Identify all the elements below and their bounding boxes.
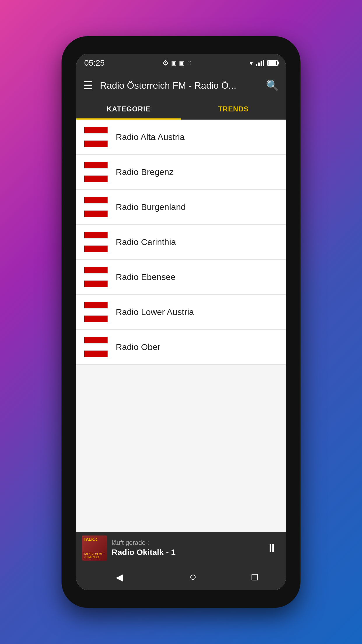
now-playing-thumbnail: TALK.c TALK VON ME ZU MENSO bbox=[82, 536, 107, 561]
station-name: Radio Bregenz bbox=[116, 167, 173, 177]
screen2-icon: ▣ bbox=[179, 60, 184, 66]
thumb-line3: ZU MENSO bbox=[84, 556, 103, 559]
list-item[interactable]: Radio Bregenz bbox=[76, 155, 286, 190]
pause-button[interactable]: ⏸ bbox=[263, 539, 280, 557]
now-playing-label: läuft gerade : bbox=[112, 539, 263, 547]
austria-flag bbox=[84, 127, 108, 147]
app-bar: ☰ Radio Österreich FM - Radio Ö... 🔍 bbox=[76, 72, 286, 99]
menu-icon[interactable]: ☰ bbox=[83, 80, 93, 91]
status-bar: 05:25 ⚙ ▣ ▣ ⁙ ▾ bbox=[76, 54, 286, 72]
list-item[interactable]: Radio Ebensee bbox=[76, 260, 286, 295]
austria-flag bbox=[84, 197, 108, 217]
station-name: Radio Lower Austria bbox=[116, 307, 194, 317]
austria-flag bbox=[84, 162, 108, 182]
austria-flag bbox=[84, 337, 108, 357]
station-name: Radio Ober bbox=[116, 342, 160, 352]
now-playing-station: Radio Okitalk - 1 bbox=[112, 548, 263, 557]
battery-icon bbox=[267, 60, 278, 66]
austria-flag bbox=[84, 232, 108, 252]
status-icons-right: ▾ bbox=[249, 59, 278, 67]
app-title: Radio Österreich FM - Radio Ö... bbox=[100, 80, 261, 91]
austria-flag bbox=[84, 267, 108, 287]
tab-trends[interactable]: TRENDS bbox=[181, 99, 286, 120]
thumb-logo: TALK.c bbox=[84, 537, 98, 542]
screen-icon: ▣ bbox=[171, 60, 177, 66]
station-list: Radio Alta Austria Radio Bregenz Radio B… bbox=[76, 120, 286, 532]
list-item-lower-austria[interactable]: Radio Lower Austria bbox=[76, 295, 286, 330]
cast-icon: ⁙ bbox=[187, 60, 192, 66]
station-name: Radio Carinthia bbox=[116, 237, 176, 247]
list-item[interactable]: Radio Carinthia bbox=[76, 225, 286, 260]
nav-bar: ◀ bbox=[76, 564, 286, 590]
phone-screen: 05:25 ⚙ ▣ ▣ ⁙ ▾ ☰ bbox=[76, 54, 286, 590]
station-name: Radio Burgenland bbox=[116, 202, 186, 212]
station-name: Radio Ebensee bbox=[116, 272, 175, 282]
now-playing-info: läuft gerade : Radio Okitalk - 1 bbox=[112, 539, 263, 557]
signal-icon bbox=[256, 60, 264, 66]
status-icons-left: ⚙ ▣ ▣ ⁙ bbox=[162, 59, 192, 67]
tab-bar: KATEGORIE TRENDS bbox=[76, 99, 286, 120]
home-button[interactable] bbox=[190, 575, 196, 580]
tab-kategorie[interactable]: KATEGORIE bbox=[76, 99, 181, 120]
station-name: Radio Alta Austria bbox=[116, 132, 185, 142]
list-item[interactable]: Radio Ober bbox=[76, 330, 286, 365]
now-playing-bar: TALK.c TALK VON ME ZU MENSO läuft gerade… bbox=[76, 532, 286, 564]
list-item[interactable]: Radio Alta Austria bbox=[76, 120, 286, 155]
list-item[interactable]: Radio Burgenland bbox=[76, 190, 286, 225]
gear-icon: ⚙ bbox=[162, 59, 169, 67]
back-button[interactable]: ◀ bbox=[104, 569, 135, 586]
recent-button[interactable] bbox=[252, 574, 258, 580]
status-time: 05:25 bbox=[84, 58, 105, 68]
austria-flag bbox=[84, 302, 108, 322]
phone-frame: 05:25 ⚙ ▣ ▣ ⁙ ▾ ☰ bbox=[61, 36, 301, 608]
thumb-line2: TALK VON ME bbox=[84, 552, 103, 556]
search-icon[interactable]: 🔍 bbox=[266, 79, 279, 92]
wifi-icon: ▾ bbox=[249, 59, 253, 67]
